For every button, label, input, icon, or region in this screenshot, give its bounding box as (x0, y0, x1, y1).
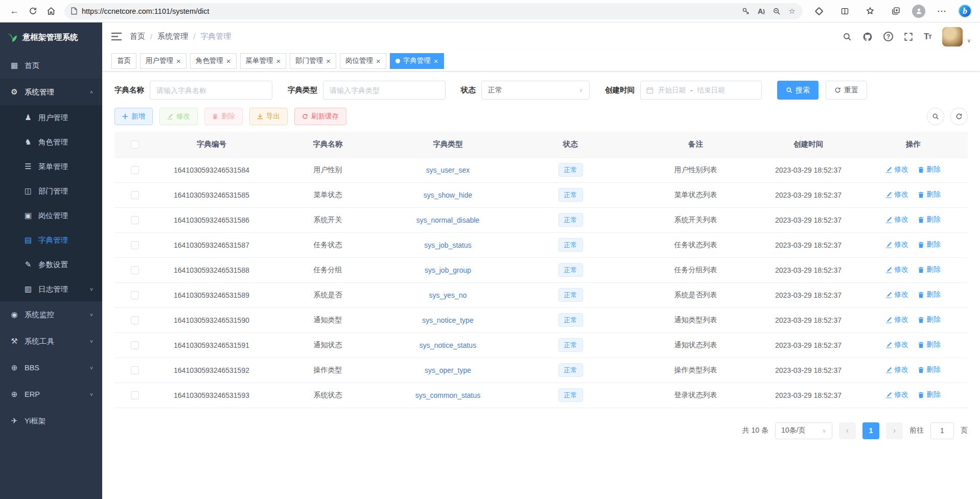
next-page-button[interactable]: › (886, 422, 903, 439)
help-icon[interactable]: ? (883, 32, 893, 41)
tab-dict-mgmt[interactable]: 字典管理× (390, 53, 444, 69)
sidebar-item-role-mgmt[interactable]: ♞角色管理 (0, 130, 102, 154)
refresh-cache-button[interactable]: 刷新缓存 (294, 108, 346, 125)
read-aloud-icon[interactable]: A) (754, 4, 769, 18)
sidebar-item-erp[interactable]: ⊕ERP∨ (0, 381, 102, 408)
row-delete-link[interactable]: 删除 (918, 265, 941, 274)
row-edit-link[interactable]: 修改 (885, 265, 908, 274)
sidebar-item-dept-mgmt[interactable]: ◫部门管理 (0, 179, 102, 203)
header-search-icon[interactable] (843, 32, 852, 41)
dict-type-link[interactable]: sys_notice_status (419, 341, 476, 349)
page-size-select[interactable]: 10条/页 ∨ (775, 422, 832, 439)
github-icon[interactable] (862, 32, 873, 42)
fullscreen-icon[interactable] (904, 32, 913, 41)
close-icon[interactable]: × (376, 57, 381, 65)
row-checkbox[interactable] (131, 391, 139, 399)
row-delete-link[interactable]: 删除 (918, 165, 941, 174)
dict-name-input[interactable] (150, 81, 272, 100)
status-select[interactable]: 正常 ∨ (481, 81, 590, 100)
bing-copilot-icon[interactable]: b (958, 4, 972, 18)
row-checkbox[interactable] (131, 191, 139, 199)
delete-button[interactable]: 删除 (204, 108, 243, 125)
current-page-button[interactable]: 1 (862, 422, 879, 439)
close-icon[interactable]: × (176, 57, 181, 65)
sidebar-item-log-mgmt[interactable]: ▥日志管理∨ (0, 277, 102, 301)
sidebar-item-yi-framework[interactable]: ✈Yi框架 (0, 408, 102, 434)
dict-type-link[interactable]: sys_normal_disable (416, 216, 480, 224)
sidebar-item-system-tools[interactable]: ⚒系统工具∨ (0, 328, 102, 354)
user-avatar[interactable] (942, 27, 963, 46)
browser-refresh-icon[interactable] (24, 3, 42, 20)
address-bar[interactable]: https://ccnetcore.com:1101/system/dict A… (64, 3, 803, 19)
row-delete-link[interactable]: 删除 (918, 365, 941, 374)
breadcrumb-home[interactable]: 首页 (130, 32, 145, 41)
date-range-picker[interactable]: 开始日期 - 结束日期 (640, 81, 762, 100)
split-screen-icon[interactable] (835, 3, 854, 20)
goto-page-input[interactable] (930, 422, 954, 439)
hamburger-icon[interactable] (111, 32, 122, 41)
browser-back-icon[interactable]: ← (5, 3, 24, 20)
row-checkbox[interactable] (131, 266, 139, 274)
search-button[interactable]: 搜索 (777, 81, 819, 100)
dict-type-link[interactable]: sys_yes_no (429, 291, 467, 299)
dict-type-link[interactable]: sys_show_hide (424, 191, 473, 199)
dict-type-link[interactable]: sys_job_group (425, 266, 471, 274)
sidebar-item-system-monitor[interactable]: ◉系统监控∨ (0, 301, 102, 328)
breadcrumb-system[interactable]: 系统管理 (157, 32, 188, 41)
row-edit-link[interactable]: 修改 (885, 315, 908, 324)
row-delete-link[interactable]: 删除 (918, 215, 941, 224)
row-edit-link[interactable]: 修改 (885, 240, 908, 249)
row-checkbox[interactable] (131, 341, 139, 349)
tab-menu-mgmt[interactable]: 菜单管理× (240, 53, 287, 69)
close-icon[interactable]: × (276, 57, 281, 65)
tab-role-mgmt[interactable]: 角色管理× (190, 53, 237, 69)
favorites-add-icon[interactable]: ☆ (784, 4, 800, 18)
close-icon[interactable]: × (326, 57, 331, 65)
zoom-icon[interactable] (769, 4, 784, 18)
close-icon[interactable]: × (226, 57, 231, 65)
tab-dept-mgmt[interactable]: 部门管理× (290, 53, 336, 69)
row-edit-link[interactable]: 修改 (885, 365, 908, 374)
password-key-icon[interactable] (738, 4, 754, 18)
prev-page-button[interactable]: ‹ (839, 422, 856, 439)
reset-button[interactable]: 重置 (826, 81, 867, 100)
row-edit-link[interactable]: 修改 (885, 215, 908, 224)
favorites-bar-icon[interactable] (861, 3, 879, 20)
browser-more-icon[interactable]: ⋯ (932, 3, 951, 20)
tab-user-mgmt[interactable]: 用户管理× (140, 53, 186, 69)
row-checkbox[interactable] (131, 216, 139, 224)
dict-type-link[interactable]: sys_user_sex (426, 166, 470, 174)
row-checkbox[interactable] (131, 241, 139, 249)
dict-type-link[interactable]: sys_job_status (424, 241, 472, 249)
row-edit-link[interactable]: 修改 (885, 390, 908, 399)
export-button[interactable]: 导出 (249, 108, 288, 125)
row-edit-link[interactable]: 修改 (885, 290, 908, 299)
sidebar-item-bbs[interactable]: ⊕BBS∨ (0, 354, 102, 381)
row-delete-link[interactable]: 删除 (918, 390, 941, 399)
row-checkbox[interactable] (131, 316, 139, 324)
edit-button[interactable]: 修改 (159, 108, 198, 125)
sidebar-item-post-mgmt[interactable]: ▣岗位管理 (0, 203, 102, 228)
browser-profile-icon[interactable] (912, 5, 925, 18)
row-edit-link[interactable]: 修改 (885, 190, 908, 199)
row-delete-link[interactable]: 删除 (918, 315, 941, 324)
browser-essentials-icon[interactable] (810, 3, 828, 20)
sidebar-item-param-settings[interactable]: ✎参数设置 (0, 252, 102, 277)
sidebar-item-home[interactable]: ▦首页 (0, 52, 102, 79)
dict-type-input[interactable] (323, 81, 446, 100)
row-edit-link[interactable]: 修改 (885, 340, 908, 349)
row-delete-link[interactable]: 删除 (918, 340, 941, 349)
sidebar-item-menu-mgmt[interactable]: ☰菜单管理 (0, 154, 102, 179)
dict-type-link[interactable]: sys_common_status (415, 391, 481, 399)
dict-type-link[interactable]: sys_oper_type (425, 366, 471, 374)
tab-post-mgmt[interactable]: 岗位管理× (340, 53, 386, 69)
tab-home[interactable]: 首页 (111, 53, 136, 69)
select-all-checkbox[interactable] (131, 140, 139, 149)
collections-icon[interactable] (886, 3, 905, 20)
row-delete-link[interactable]: 删除 (918, 240, 941, 249)
row-checkbox[interactable] (131, 291, 139, 299)
font-size-icon[interactable]: TT (924, 32, 931, 41)
row-edit-link[interactable]: 修改 (885, 165, 908, 174)
row-delete-link[interactable]: 删除 (918, 290, 941, 299)
row-checkbox[interactable] (131, 166, 139, 174)
